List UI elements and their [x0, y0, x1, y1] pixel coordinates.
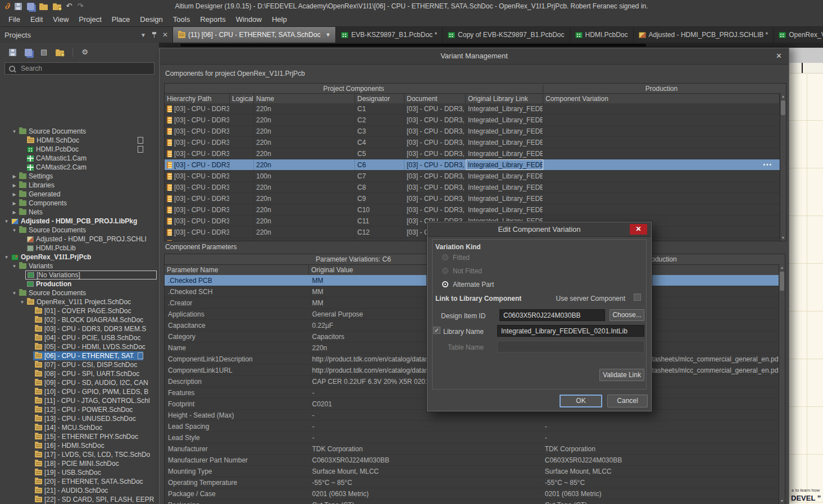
tree-item[interactable]: CAMtastic2.Cam: [0, 163, 159, 172]
chevron-down-icon[interactable]: ▼: [325, 32, 330, 38]
component-row[interactable]: [03] - CPU - DDR3, C8220nC8[03] - CPU - …: [165, 182, 780, 193]
open-folder-icon[interactable]: [39, 4, 48, 10]
tree-item[interactable]: [14] - MCU.SchDoc: [0, 423, 159, 432]
tree-item[interactable]: [10] - CPU - GPIO, PWM, LEDS, B: [0, 387, 159, 396]
tree-item[interactable]: Adjusted - HDMI_PCB_PROJ.SCHLI: [0, 235, 159, 244]
collapse-arrow-icon[interactable]: ▶: [11, 210, 17, 215]
component-row[interactable]: [03] - CPU - DDR3, C3220nC3[03] - CPU - …: [165, 126, 780, 137]
schematic-canvas[interactable]: e to learn how DEVEL ”: [789, 43, 823, 504]
scrollbar-thumb[interactable]: [781, 100, 785, 115]
component-row[interactable]: [03] - CPU - DDR3, C5220nC5[03] - CPU - …: [165, 148, 780, 159]
tree-item[interactable]: [No Variations]: [0, 271, 159, 280]
undo-icon[interactable]: ↶: [66, 2, 72, 10]
scroll-up-icon[interactable]: ▲: [780, 93, 786, 99]
search-input[interactable]: [20, 64, 150, 73]
tree-item[interactable]: ▼OpenRex_V1I1 Project.SchDoc: [0, 297, 159, 306]
scroll-up-icon[interactable]: ▲: [779, 264, 785, 271]
altium-logo-icon[interactable]: ∂: [4, 1, 10, 11]
use-server-component-checkbox[interactable]: [634, 294, 641, 301]
expand-arrow-icon[interactable]: ▼: [3, 219, 10, 224]
menu-view[interactable]: View: [48, 15, 74, 24]
tree-item[interactable]: HDMI.PcbLib: [0, 244, 159, 253]
component-row[interactable]: [03] - CPU - DDR3, C4220nC4[03] - CPU - …: [165, 137, 780, 148]
menu-file[interactable]: File: [3, 15, 25, 24]
tree-item[interactable]: [13] - CPU - UNUSED.SchDoc: [0, 414, 159, 423]
save-icon[interactable]: [15, 3, 22, 10]
validate-link-button[interactable]: Validate Link: [599, 369, 644, 381]
tree-item[interactable]: ▼Source Documents: [0, 127, 159, 136]
tree-item[interactable]: HDMI.SchDoc: [0, 136, 159, 145]
component-row-selected[interactable]: [03] - CPU - DDR3, C6220nC6[03] - CPU - …: [165, 159, 780, 171]
horizontal-scrollbar[interactable]: [180, 44, 646, 47]
menu-project[interactable]: Project: [74, 15, 106, 24]
menu-tools[interactable]: Tools: [168, 15, 195, 24]
column-header-document[interactable]: Document: [404, 94, 466, 104]
tree-item[interactable]: [09] - CPU - SD, AUDIO, I2C, CAN: [0, 378, 159, 387]
tree-item[interactable]: [19] - USB.SchDoc: [0, 468, 159, 477]
collapse-arrow-icon[interactable]: ▶: [11, 174, 17, 179]
tree-item[interactable]: [04] - CPU - PCIE, USB.SchDoc: [0, 333, 159, 342]
tree-item[interactable]: ▶Generated: [0, 190, 159, 199]
scrollbar-thumb[interactable]: [780, 272, 784, 291]
menu-edit[interactable]: Edit: [25, 15, 48, 24]
column-header-name[interactable]: Name: [254, 94, 355, 104]
variant-dialog-close-icon[interactable]: ✕: [776, 48, 782, 64]
tree-item[interactable]: ▶Nets: [0, 208, 159, 217]
tree-item[interactable]: HDMI.PcbDoc: [0, 145, 159, 154]
edit-variation-button[interactable]: •••: [763, 162, 772, 168]
cancel-button[interactable]: Cancel: [607, 395, 648, 407]
menu-help[interactable]: Help: [267, 15, 292, 24]
compare-icon[interactable]: ▤: [40, 48, 47, 56]
choose-button[interactable]: Choose...: [610, 309, 644, 321]
settings-icon[interactable]: ⚙: [81, 48, 88, 56]
expand-arrow-icon[interactable]: ▼: [11, 264, 17, 269]
tree-item[interactable]: ▼OpenRex_V1I1.PrjPcb: [0, 253, 159, 262]
tab-document-1[interactable]: EVB-KSZ9897_B1.PcbDoc *: [336, 27, 443, 43]
panel-pin-icon[interactable]: [152, 31, 157, 38]
ok-button[interactable]: OK: [560, 395, 602, 407]
tab-document-5[interactable]: OpenRex_V1I1_PCB.PcbDoc: [774, 27, 823, 43]
component-row[interactable]: [03] - CPU - DDR3, C10220nC10[03] - CPU …: [165, 204, 780, 216]
expand-arrow-icon[interactable]: ▼: [11, 129, 17, 134]
menu-window[interactable]: Window: [231, 15, 267, 24]
scroll-down-icon[interactable]: ▼: [779, 498, 785, 504]
tab-document-3[interactable]: HDMI.PcbDoc: [570, 27, 634, 43]
redo-icon[interactable]: ↷: [77, 2, 83, 10]
save-all-icon[interactable]: [27, 3, 34, 10]
tree-item[interactable]: ▶Libraries: [0, 181, 159, 190]
parameter-row[interactable]: Lead Spacing--: [165, 421, 779, 432]
tree-item[interactable]: Production: [0, 280, 159, 288]
menu-design[interactable]: Design: [135, 15, 167, 24]
column-header-component-variation[interactable]: Component Variation: [543, 94, 780, 104]
component-row[interactable]: [03] - CPU - DDR3, C7100nC7[03] - CPU - …: [165, 171, 780, 182]
tree-item[interactable]: ▶Components: [0, 199, 159, 208]
collapse-arrow-icon[interactable]: ▶: [11, 192, 17, 197]
scroll-down-icon[interactable]: ▼: [780, 235, 786, 241]
projects-search-box[interactable]: [4, 62, 154, 75]
library-name-input[interactable]: [497, 325, 644, 337]
tree-item[interactable]: [18] - PCIE MINI.SchDoc: [0, 459, 159, 468]
tree-item[interactable]: [08] - CPU - SPI, UART.SchDoc: [0, 369, 159, 378]
components-table-scrollbar[interactable]: ▲ ▼: [780, 93, 786, 241]
tab-document-0[interactable]: (11) [06] - CPU - ETHERNET, SATA.SchDoc▼: [173, 27, 336, 43]
parameter-row[interactable]: Manufacturer Part NumberC0603X5R0J224M03…: [165, 455, 779, 466]
tree-item[interactable]: [05] - CPU - HDMI, LVDS.SchDoc: [0, 342, 159, 351]
menu-reports[interactable]: Reports: [195, 15, 231, 24]
tree-item[interactable]: ▶Settings: [0, 172, 159, 181]
parameter-row[interactable]: Lead Style--: [165, 432, 779, 443]
column-header-original-library-link[interactable]: Original Library Link: [466, 94, 543, 104]
tree-item[interactable]: ▼Source Documents: [0, 288, 159, 297]
refresh-folder-icon[interactable]: [56, 51, 64, 56]
tree-item[interactable]: [17] - LVDS, CSI, LCD, TSC.SchDo: [0, 450, 159, 459]
tree-item[interactable]: [02] - BLOCK DIAGRAM.SchDoc: [0, 315, 159, 324]
column-header-hierarchy-path[interactable]: Hierarchy Path: [165, 94, 230, 104]
parameter-row[interactable]: Package / Case0201 (0603 Metric)0201 (06…: [165, 488, 779, 500]
parameter-row[interactable]: PackagingCut Tape (CT)Cut Tape (CT): [165, 500, 779, 504]
component-row[interactable]: [03] - CPU - DDR3, C9220nC9[03] - CPU - …: [165, 193, 780, 204]
parameter-row[interactable]: Operating Temperature-55°C ~ 85°C-55°C ~…: [165, 477, 779, 488]
component-row[interactable]: [03] - CPU - DDR3, C1220nC1[03] - CPU - …: [165, 103, 780, 114]
radio-alternate-part[interactable]: [442, 281, 448, 287]
expand-arrow-icon[interactable]: ▼: [11, 228, 17, 233]
component-row[interactable]: [03] - CPU - DDR3, C2220nC2[03] - CPU - …: [165, 114, 780, 126]
edit-dialog-close-button[interactable]: ✕: [630, 224, 647, 235]
